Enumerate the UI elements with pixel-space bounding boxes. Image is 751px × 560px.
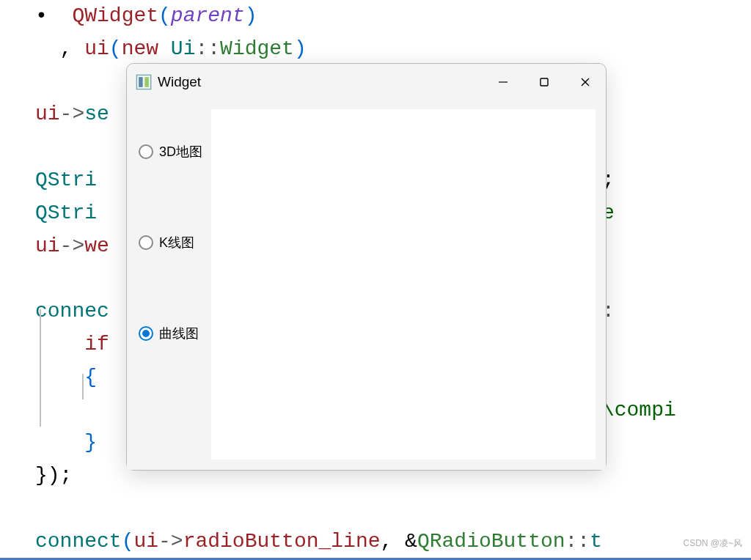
window-client: 3D地图 K线图 曲线图 — [127, 100, 606, 470]
minimize-button[interactable] — [483, 64, 524, 100]
radio-sidebar: 3D地图 K线图 曲线图 — [127, 100, 211, 470]
svg-rect-4 — [541, 78, 548, 86]
svg-rect-1 — [139, 77, 143, 87]
watermark: CSDN @凌~风 — [683, 537, 742, 550]
maximize-button[interactable] — [524, 64, 565, 100]
radio-icon — [139, 235, 153, 250]
radio-label: K线图 — [159, 234, 194, 251]
radio-icon-selected — [139, 326, 153, 341]
close-button[interactable] — [565, 64, 606, 100]
widget-window: Widget 3D地图 K线图 曲线图 — [126, 63, 607, 471]
radio-kline[interactable]: K线图 — [139, 234, 211, 251]
radio-3d-map[interactable]: 3D地图 — [139, 143, 211, 161]
radio-icon — [139, 144, 153, 159]
app-icon — [136, 74, 152, 90]
radio-label: 3D地图 — [159, 143, 202, 161]
indent-guide — [40, 309, 41, 427]
content-pane — [211, 109, 596, 460]
indent-guide — [82, 374, 84, 399]
radio-curve[interactable]: 曲线图 — [139, 325, 211, 342]
window-titlebar[interactable]: Widget — [127, 64, 606, 100]
radio-label: 曲线图 — [159, 325, 199, 342]
svg-rect-2 — [144, 77, 149, 87]
window-title: Widget — [158, 74, 201, 90]
